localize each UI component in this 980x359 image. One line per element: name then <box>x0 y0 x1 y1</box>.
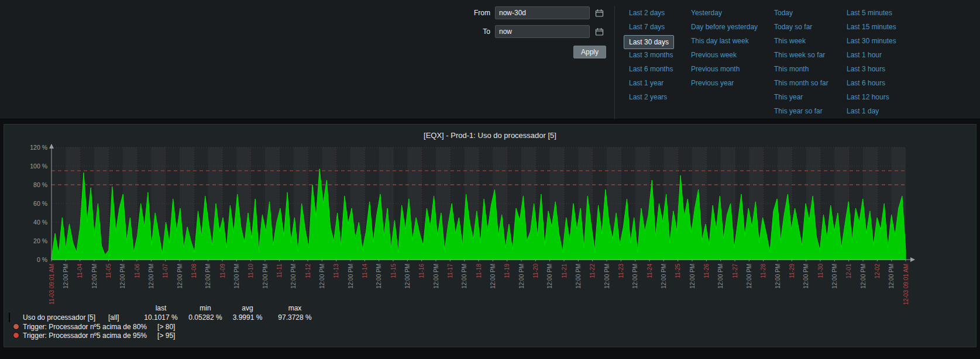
time-range-this-year-so-far[interactable]: This year so far <box>774 105 838 119</box>
x-tick-label: 12:00 PM <box>262 264 269 289</box>
trigger-label: Trigger: Processador nº5 acima de 95% <box>23 332 147 340</box>
y-tick-label: 0 % <box>37 256 47 263</box>
x-tick-label: 11-27 <box>732 264 738 278</box>
x-tick-label: 12:00 PM <box>575 264 582 289</box>
time-range-previous-week[interactable]: Previous week <box>691 49 766 63</box>
x-tick-label: 11-03 09:01 AM <box>49 264 55 305</box>
x-tick-label: 11-17 <box>447 264 453 278</box>
x-tick-label: 11-09 <box>219 264 226 278</box>
x-tick-label: 11-23 <box>618 264 624 278</box>
time-range-last-1-hour[interactable]: Last 1 hour <box>847 49 905 63</box>
x-tick-label: 11-19 <box>504 264 510 278</box>
from-label: From <box>468 9 490 17</box>
time-range-this-year[interactable]: This year <box>774 91 838 105</box>
x-tick-label: 12-02 <box>874 264 881 279</box>
x-tick-label: 12:00 PM <box>490 264 496 289</box>
time-range-this-week-so-far[interactable]: This week so far <box>774 49 838 63</box>
time-range-last-12-hours[interactable]: Last 12 hours <box>847 91 905 105</box>
trigger-threshold: [> 95] <box>157 332 175 340</box>
time-range-this-month-so-far[interactable]: This month so far <box>774 77 838 91</box>
time-range-last-2-days[interactable]: Last 2 days <box>629 7 683 21</box>
time-range-last-7-days[interactable]: Last 7 days <box>629 21 683 35</box>
x-tick-label: 12:00 PM <box>803 264 809 289</box>
legend-header-max: max <box>269 304 321 312</box>
series-min: 0.05282 % <box>184 313 226 322</box>
x-tick-label: 12:00 PM <box>461 264 467 289</box>
legend-header-min: min <box>184 304 226 312</box>
time-range-day-before-yesterday[interactable]: Day before yesterday <box>691 21 766 35</box>
x-tick-label: 12:00 PM <box>518 264 525 289</box>
legend-trigger-row: Trigger: Processador nº5 acima de 95%[> … <box>9 331 976 340</box>
time-range-last-6-months[interactable]: Last 6 months <box>629 63 683 77</box>
time-range-last-30-days[interactable]: Last 30 days <box>624 35 674 49</box>
trigger-swatch-icon <box>13 323 19 330</box>
cpu-usage-chart[interactable]: 120 %100 %80 %60 %40 %20 %0 %11-03 09:01… <box>4 143 976 302</box>
y-tick-label: 20 % <box>33 237 47 244</box>
time-range-this-week[interactable]: This week <box>774 35 838 49</box>
x-tick-label: 12:00 PM <box>746 264 752 289</box>
time-range-this-day-last-week[interactable]: This day last week <box>691 35 766 49</box>
legend-header-avg: avg <box>226 304 269 312</box>
y-tick-label: 120 % <box>30 144 47 151</box>
calendar-icon <box>595 9 604 18</box>
x-tick-label: 12:00 PM <box>205 264 211 289</box>
x-tick-label: 11-30 <box>817 264 824 278</box>
legend-header-last: last <box>137 304 184 312</box>
time-range-last-2-years[interactable]: Last 2 years <box>629 91 683 105</box>
x-tick-label: 11-08 <box>191 264 197 278</box>
series-swatch-icon <box>9 313 10 322</box>
time-range-form: From To <box>468 6 606 58</box>
x-tick-label: 12:00 PM <box>63 264 69 289</box>
series-avg: 3.9991 % <box>226 313 269 322</box>
to-input[interactable] <box>495 25 590 38</box>
x-tick-label: 12:00 PM <box>119 264 126 289</box>
time-range-last-5-minutes[interactable]: Last 5 minutes <box>847 7 905 21</box>
x-tick-label: 11-20 <box>532 264 539 278</box>
range-column-4: Last 5 minutesLast 15 minutesLast 30 min… <box>847 7 905 119</box>
time-range-last-3-hours[interactable]: Last 3 hours <box>847 63 905 77</box>
y-tick-label: 40 % <box>33 219 47 226</box>
x-tick-label: 12:00 PM <box>860 264 866 289</box>
legend-series-row: Uso do processador [5][all]10.1017 %0.05… <box>9 313 976 322</box>
x-tick-label: 11-14 <box>362 264 368 278</box>
x-tick-label: 12:00 PM <box>233 264 240 289</box>
time-range-last-1-day[interactable]: Last 1 day <box>847 105 905 119</box>
from-row: From <box>468 6 606 20</box>
time-range-last-3-months[interactable]: Last 3 months <box>629 49 683 63</box>
trigger-label: Trigger: Processador nº5 acima de 80% <box>23 323 147 331</box>
time-range-last-1-year[interactable]: Last 1 year <box>629 77 683 91</box>
time-range-today-so-far[interactable]: Today so far <box>774 21 838 35</box>
graph-panel: [EQX] - Prod-1: Uso do processador [5] 1… <box>4 124 976 347</box>
x-tick-label: 12:00 PM <box>831 264 838 289</box>
time-range-last-30-minutes[interactable]: Last 30 minutes <box>847 35 905 49</box>
x-tick-label: 11-28 <box>760 264 766 278</box>
x-tick-label: 12:00 PM <box>376 264 382 289</box>
time-range-previous-year[interactable]: Previous year <box>691 77 766 91</box>
time-range-last-15-minutes[interactable]: Last 15 minutes <box>847 21 905 35</box>
from-input[interactable] <box>495 6 590 19</box>
apply-button[interactable]: Apply <box>573 46 606 58</box>
trigger-swatch-icon <box>13 332 19 339</box>
x-tick-label: 12-01 <box>845 264 852 279</box>
graph-title: [EQX] - Prod-1: Uso do processador [5] <box>4 130 976 143</box>
time-range-this-month[interactable]: This month <box>774 63 838 77</box>
x-tick-label: 11-26 <box>703 264 710 278</box>
calendar-icon <box>595 27 604 36</box>
time-range-previous-month[interactable]: Previous month <box>691 63 766 77</box>
to-label: To <box>468 27 490 36</box>
range-column-3: TodayToday so farThis weekThis week so f… <box>774 7 838 119</box>
x-tick-label: 11-29 <box>789 264 795 278</box>
time-range-today[interactable]: Today <box>774 7 838 21</box>
to-calendar-button[interactable] <box>592 25 606 39</box>
x-tick-label: 12:00 PM <box>319 264 325 289</box>
x-tick-label: 12:00 PM <box>177 264 183 289</box>
time-range-yesterday[interactable]: Yesterday <box>691 7 766 21</box>
x-tick-label: 11-25 <box>675 264 681 278</box>
series-scope: [all] <box>108 313 137 322</box>
to-row: To <box>468 25 606 39</box>
x-tick-label: 12:00 PM <box>775 264 781 289</box>
from-calendar-button[interactable] <box>592 6 606 20</box>
x-tick-label: 11-16 <box>418 264 425 278</box>
time-range-last-6-hours[interactable]: Last 6 hours <box>847 77 905 91</box>
x-tick-label: 12:00 PM <box>689 264 696 289</box>
